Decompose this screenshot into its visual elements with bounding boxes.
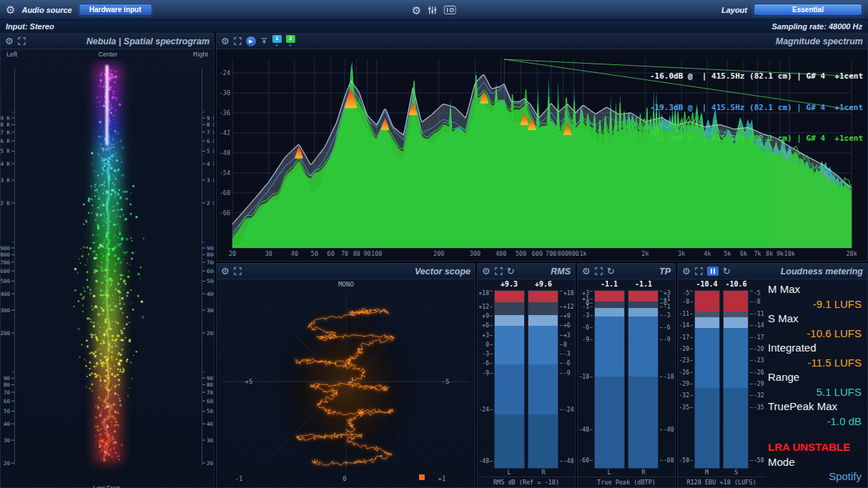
meter-scale-label: -35: [754, 404, 764, 410]
meter-scale-label: -14: [679, 322, 689, 329]
meter-scale-label: -1: [664, 304, 671, 310]
fullscreen-icon[interactable]: [595, 267, 603, 275]
magnitude-spectrum-panel: ⚙ ▶ 1 + 2 + Magnitude spectrum -24-30-36…: [216, 33, 868, 262]
meter-scale-label: -20: [754, 345, 764, 352]
meter-scale-label: -23: [754, 357, 764, 364]
gear-icon[interactable]: ⚙: [221, 36, 230, 46]
svg-text:50: 50: [4, 408, 11, 414]
meter-scale-label: +12: [563, 304, 573, 310]
pause-icon[interactable]: [707, 267, 719, 276]
band-1-add-button[interactable]: +: [275, 43, 279, 48]
meter-bar: [628, 290, 659, 469]
svg-text:-24: -24: [220, 69, 230, 76]
tp-peak-values: -1.1 -1.1: [578, 279, 675, 289]
fullscreen-icon[interactable]: [234, 37, 242, 45]
svg-text:-42: -42: [220, 129, 230, 136]
spectrum-plot[interactable]: -24-30-36-42-48-54-60-662030405060708090…: [217, 49, 867, 261]
play-icon[interactable]: ▶: [246, 36, 256, 46]
meter-scale-left: +3+10-1-3-6-9-18-40-60: [578, 290, 593, 469]
loudness-s-value: -10.6: [721, 280, 751, 289]
stat-label: Integrated: [768, 341, 862, 355]
nebula-panel: ⚙ Nebula | Spatial spectrogram Left Cent…: [0, 33, 214, 488]
channel-label: R: [526, 469, 561, 477]
mode-value[interactable]: Spotify: [768, 469, 862, 486]
nebula-header: ⚙ Nebula | Spatial spectrogram: [1, 34, 214, 49]
svg-text:5 K: 5 K: [1, 148, 10, 154]
meter-segment: [495, 315, 524, 326]
meter-scale-label: -32: [754, 392, 764, 399]
meter-segment: [595, 302, 624, 308]
svg-text:400: 400: [495, 250, 506, 257]
topbar-center-icons: ⚙: [412, 0, 456, 20]
layout-essential-button[interactable]: Essential: [754, 4, 862, 16]
meter-scale-label: +18: [563, 289, 573, 296]
svg-text:4k: 4k: [704, 250, 711, 257]
meter-scale-label: -11: [754, 310, 764, 317]
gear-icon[interactable]: ⚙: [6, 4, 15, 15]
meter-scale-label: -9: [563, 369, 571, 376]
svg-text:1k: 1k: [579, 250, 586, 257]
meter-scale-label: -48: [479, 457, 489, 464]
reset-icon[interactable]: ↻: [723, 267, 731, 276]
readout-peak: -16.0dB @ | 415.5Hz (82.1 cm) | G# 4 +1c…: [650, 71, 863, 82]
stat-value: -10.6 LUFS: [768, 326, 862, 341]
fullscreen-icon[interactable]: [18, 37, 26, 45]
io-routing-icon[interactable]: [444, 6, 456, 14]
meter-scale-label: -6: [664, 324, 671, 331]
band-2-add-button[interactable]: +: [289, 43, 292, 48]
svg-text:-66: -66: [220, 209, 230, 216]
meter-segment: [695, 291, 719, 312]
peak-hold-icon[interactable]: [260, 37, 268, 45]
meter-scale-label: -3: [563, 350, 571, 357]
loudness-channel-labels: M S: [678, 469, 765, 477]
meter-segment: [628, 308, 658, 317]
meter-bar: [694, 290, 720, 469]
meter-scale-label: -14: [754, 322, 764, 329]
meter-scale-label: +9: [482, 312, 489, 319]
meter-segment: [528, 414, 558, 468]
svg-text:4 K: 4 K: [1, 161, 10, 167]
clip-indicator[interactable]: [419, 474, 425, 480]
meter-segment: [724, 328, 748, 388]
band-2-button[interactable]: 2: [286, 35, 295, 43]
band-1-button[interactable]: 1: [272, 35, 282, 43]
gear-icon[interactable]: ⚙: [5, 36, 14, 46]
reset-icon[interactable]: ↻: [507, 267, 515, 276]
meter-scale-right: -5-8-11-14-17-20-23-26-29-32-35-58: [750, 290, 764, 469]
gear-icon[interactable]: ⚙: [412, 5, 421, 16]
svg-text:50: 50: [311, 250, 318, 257]
meter-scale-label: -6: [563, 360, 571, 367]
reset-icon[interactable]: ↻: [607, 267, 615, 276]
loudness-stats-list: M Max-9.1 LUFSS Max-10.6 LUFSIntegrated-…: [768, 282, 862, 429]
right-label: Right: [193, 51, 208, 58]
svg-text:300: 300: [207, 307, 214, 314]
meter-scale-label: -18: [664, 374, 674, 380]
fullscreen-icon[interactable]: [695, 267, 703, 275]
meter-bar: [723, 290, 749, 469]
svg-text:70: 70: [4, 389, 11, 396]
meter-scale-label: -1: [582, 304, 589, 310]
gear-icon[interactable]: ⚙: [582, 267, 591, 276]
svg-text:-48: -48: [220, 149, 230, 156]
channel-label: S: [721, 469, 751, 477]
fullscreen-icon[interactable]: [234, 267, 242, 275]
meter-segment: [724, 388, 748, 468]
sampling-rate-info: Sampling rate: 48000 Hz: [771, 22, 862, 31]
meter-scale-right: +3+10-1-3-6-9-18-40-60: [660, 290, 674, 469]
gear-icon[interactable]: ⚙: [682, 267, 691, 276]
rms-header: ⚙ ↻ RMS: [478, 264, 575, 279]
hardware-input-button[interactable]: Hardware input: [79, 4, 152, 16]
sliders-icon[interactable]: [428, 6, 438, 15]
meter-scale-left: +18+12+9+6+30-3-6-9-24-48: [478, 290, 493, 469]
gear-icon[interactable]: ⚙: [221, 267, 230, 276]
gear-icon[interactable]: ⚙: [482, 267, 490, 276]
meter-scale-label: -23: [679, 357, 689, 364]
stat-label: Range: [768, 370, 862, 384]
tp-meters: +3+10-1-3-6-9-18-40-60+3+10-1-3-6-9-18-4…: [578, 289, 675, 469]
band-2-control: 2 +: [286, 35, 295, 48]
svg-text:400: 400: [207, 291, 214, 297]
meter-scale-label: -40: [664, 427, 674, 433]
svg-text:90: 90: [207, 375, 214, 382]
fullscreen-icon[interactable]: [495, 267, 503, 275]
svg-text:+S: +S: [245, 378, 253, 385]
